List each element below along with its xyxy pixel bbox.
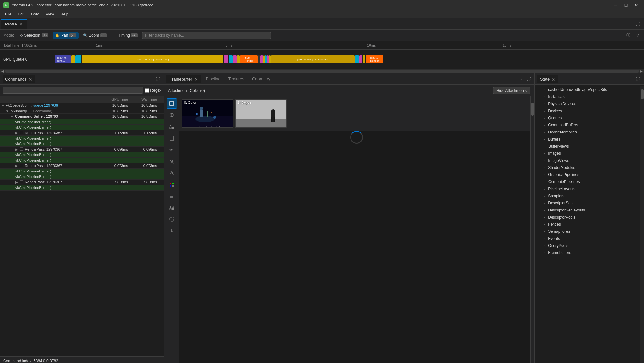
table-row[interactable]: ▶ RenderPass: 12970367 7.818ms 7.818ms — [0, 180, 164, 185]
fit-to-window-tool[interactable] — [167, 133, 177, 143]
table-row[interactable]: ▼ vkQueueSubmit: queue 1297036 16.815ms … — [0, 103, 164, 108]
filter-tracks-input[interactable] — [142, 32, 271, 39]
commands-expand-button[interactable]: ⛶ — [154, 76, 161, 82]
menu-edit[interactable]: Edit — [15, 11, 27, 17]
pipeline-tab[interactable]: Pipeline — [203, 75, 224, 83]
list-item[interactable]: › ImageViews — [535, 157, 640, 164]
geometry-tab[interactable]: Geometry — [249, 75, 274, 83]
close-button[interactable]: ✕ — [632, 2, 641, 8]
zoom-in-tool[interactable] — [167, 156, 177, 167]
select-rect-tool[interactable] — [167, 98, 177, 109]
profile-tab[interactable]: Profile ✕ — [1, 19, 27, 29]
selection-tool-button[interactable]: ⊹ Selection (1) — [17, 32, 51, 39]
checker-tool[interactable] — [167, 203, 177, 213]
framebuffer-tab-close[interactable]: ✕ — [194, 77, 198, 82]
state-items-list[interactable]: › cachedUnpackedImageAspectBits › Instan… — [535, 85, 644, 363]
list-item[interactable]: › GraphicsPipelines — [535, 171, 640, 178]
one-to-one-tool[interactable]: 1:1 — [167, 145, 177, 155]
minimize-button[interactable]: ─ — [611, 2, 620, 8]
menu-help[interactable]: Help — [58, 11, 71, 17]
state-tab[interactable]: State ✕ — [537, 75, 558, 83]
hide-attachments-button[interactable]: Hide Attachments — [493, 87, 530, 94]
state-tab-close[interactable]: ✕ — [552, 77, 555, 82]
list-item[interactable]: › Framebuffers — [535, 249, 640, 256]
profile-tab-close[interactable]: ✕ — [19, 22, 23, 27]
table-row[interactable]: ▼ pSubmits[0]: (1 command) 16.815ms 16.8… — [0, 108, 164, 114]
selection-view-tool[interactable] — [167, 214, 177, 225]
timing-tool-button[interactable]: ⊢ Timing (4) — [111, 32, 140, 39]
expand-icon[interactable]: ▼ — [6, 109, 9, 113]
list-item[interactable]: › Samplers — [535, 192, 640, 200]
more-options-button[interactable]: ⌄ — [517, 76, 524, 82]
timeline-scrollbar[interactable]: ◀ ▶ — [0, 69, 644, 73]
list-item[interactable]: › Buffers — [535, 136, 640, 143]
list-item[interactable]: › Instances — [535, 93, 640, 100]
list-item[interactable]: › Fences — [535, 221, 640, 228]
table-row[interactable]: vkCmdPipelineBarrier( — [0, 119, 164, 125]
list-item[interactable]: › DescriptorPools — [535, 214, 640, 221]
table-row[interactable]: vkCmdPipelineBarrier( — [0, 174, 164, 180]
expand-icon[interactable]: ▶ — [15, 131, 18, 135]
expand-icon[interactable]: ▶ — [15, 148, 18, 151]
help-button[interactable]: ? — [634, 32, 641, 39]
list-item[interactable]: › QueryPools — [535, 242, 640, 249]
depth-thumbnail[interactable]: 1: Depth — [235, 99, 287, 128]
color-thumbnail[interactable]: 0: Color — [182, 99, 233, 128]
regex-label[interactable]: Regex — [145, 88, 161, 93]
table-row[interactable]: vkCmdPipelineBarrier( — [0, 185, 164, 191]
scroll-right-arrow[interactable]: ▶ — [640, 69, 643, 73]
expand-icon[interactable]: ▶ — [15, 164, 18, 168]
fb-scroll-right[interactable] — [530, 96, 534, 363]
commands-search-input[interactable] — [3, 87, 143, 94]
state-list-scroll[interactable]: › cachedUnpackedImageAspectBits › Instan… — [535, 86, 640, 363]
table-row[interactable]: ▶ RenderPass: 12970367 0.056ms 0.056ms — [0, 147, 164, 152]
commands-tab-close[interactable]: ✕ — [28, 77, 32, 82]
zoom-out-tool[interactable] — [167, 168, 177, 178]
track-content[interactable]: [5384 0…Binn… [5384 0 0 1110] (2280x1080… — [55, 51, 644, 67]
list-item[interactable]: › CommandBuffers — [535, 122, 640, 129]
list-item[interactable]: › Events — [535, 235, 640, 242]
table-row[interactable]: vkCmdPipelineBarrier( — [0, 125, 164, 130]
maximize-button[interactable]: □ — [621, 2, 630, 8]
textures-tab[interactable]: Textures — [225, 75, 247, 83]
table-row[interactable]: ▼ Command Buffer: 129703 16.815ms 16.815… — [0, 114, 164, 119]
commands-table[interactable]: ▼ vkQueueSubmit: queue 1297036 16.815ms … — [0, 103, 164, 356]
list-item[interactable]: › PhysicalDevices — [535, 100, 640, 107]
info-button[interactable]: ⓘ — [624, 32, 632, 39]
table-row[interactable]: ▶ RenderPass: 12970367 1.122ms 1.122ms — [0, 130, 164, 136]
list-item[interactable]: › PipelineLayouts — [535, 185, 640, 192]
table-row[interactable]: vkCmdPipelineBarrier( — [0, 136, 164, 141]
list-item[interactable]: › DescriptorSets — [535, 200, 640, 207]
regex-checkbox[interactable] — [145, 88, 149, 93]
framebuffer-tab[interactable]: Framebuffer ✕ — [166, 75, 201, 83]
list-item[interactable]: › ShaderModules — [535, 164, 640, 171]
zoom-tool-button[interactable]: 🔍 Zoom (3) — [81, 32, 110, 39]
palette-tool[interactable] — [167, 191, 177, 201]
list-item[interactable]: › Semaphores — [535, 228, 640, 235]
menu-goto[interactable]: Goto — [28, 11, 42, 17]
list-item[interactable]: ComputePipelines — [535, 178, 640, 185]
table-row[interactable]: vkCmdPipelineBarrier( — [0, 158, 164, 163]
framebuffer-expand-button[interactable]: ⛶ — [525, 76, 532, 82]
pan-tool-button[interactable]: ✋ Pan (2) — [53, 32, 79, 39]
commands-tab[interactable]: Commands ✕ — [3, 75, 35, 83]
framebuffer-view[interactable]: 0: Color — [179, 96, 534, 363]
table-row[interactable]: ▶ RenderPass: 12970367 0.073ms 0.073ms — [0, 163, 164, 169]
list-item[interactable]: › Queues — [535, 114, 640, 122]
list-item[interactable]: › DescriptorSetLayouts — [535, 207, 640, 214]
menu-view[interactable]: View — [43, 11, 57, 17]
adjust-tool[interactable] — [167, 122, 177, 132]
list-item[interactable]: › Devices — [535, 107, 640, 114]
state-expand-button[interactable]: ⛶ — [634, 76, 641, 82]
scroll-track[interactable] — [5, 70, 639, 73]
table-row[interactable]: vkCmdPipelineBarrier( — [0, 141, 164, 147]
expand-icon[interactable]: ▼ — [1, 104, 5, 107]
expand-icon[interactable]: ▶ — [15, 181, 18, 184]
download-tool[interactable] — [167, 226, 177, 236]
expand-icon[interactable]: ▼ — [10, 115, 14, 118]
menu-file[interactable]: File — [3, 11, 14, 17]
list-item[interactable]: › cachedUnpackedImageAspectBits — [535, 86, 640, 93]
scroll-left-arrow[interactable]: ◀ — [1, 69, 4, 73]
state-scrollbar[interactable] — [640, 86, 644, 363]
eyedropper-tool[interactable] — [167, 110, 177, 120]
